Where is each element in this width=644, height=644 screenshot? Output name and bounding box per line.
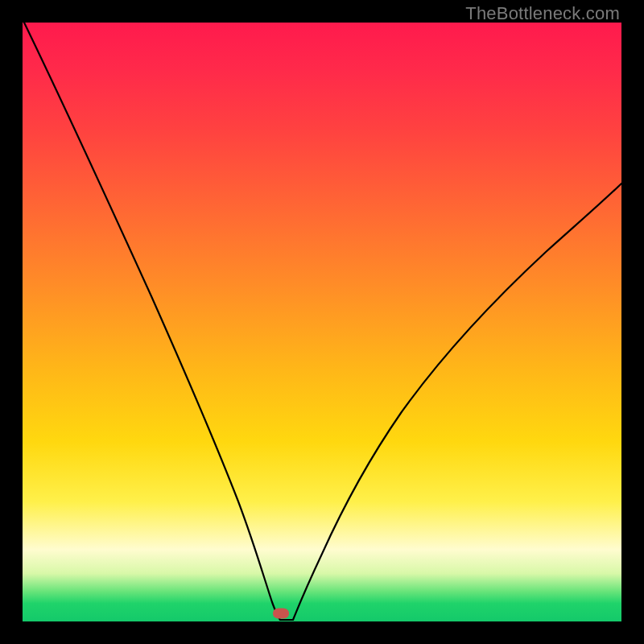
watermark-text: TheBottleneck.com (465, 3, 620, 24)
optimal-point-marker (273, 608, 289, 618)
bottleneck-curve (23, 23, 621, 621)
chart-frame: TheBottleneck.com (0, 0, 644, 644)
plot-area (23, 23, 621, 621)
